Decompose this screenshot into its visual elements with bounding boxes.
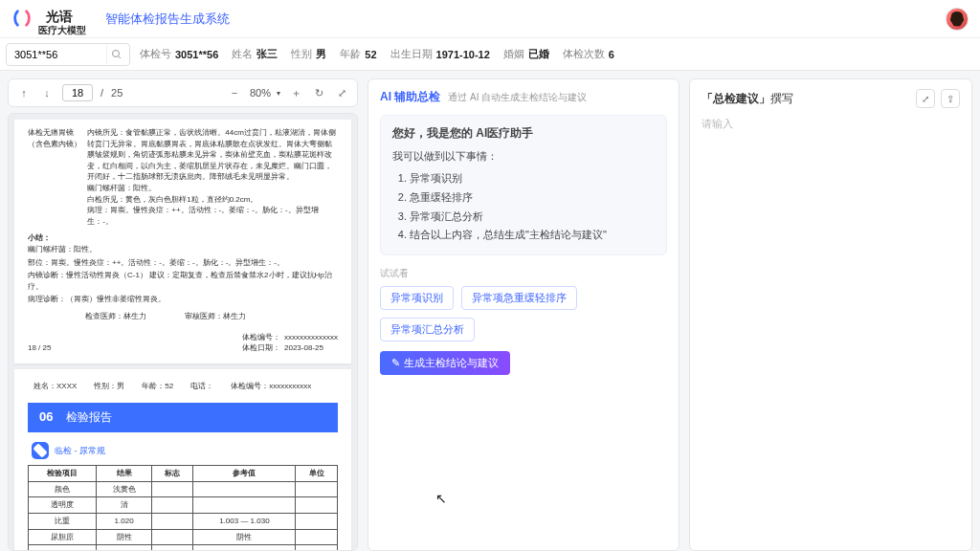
logo-text: 光语 医疗大模型 bbox=[38, 2, 86, 34]
summary-line: 部位：胃窦。慢性炎症：++。活动性：-。萎缩：-。肠化：-。异型增生：-。 bbox=[28, 257, 338, 269]
field-marital: 婚姻已婚 bbox=[500, 47, 553, 61]
magic-icon: ✎ bbox=[391, 357, 400, 369]
suggestion-chip[interactable]: 异常项汇总分析 bbox=[380, 318, 475, 342]
doctor-signature: 检查医师：林生力 审核医师：林生力 bbox=[85, 311, 338, 322]
svg-point-0 bbox=[112, 50, 119, 56]
page-sep: / bbox=[100, 87, 103, 99]
expand-editor-icon[interactable]: ⤢ bbox=[916, 89, 935, 108]
suggestion-chip[interactable]: 异常项急重缓轻排序 bbox=[461, 286, 577, 310]
ai-title: AI 辅助总检 bbox=[380, 89, 440, 105]
ai-assist-column: AI 辅助总检 通过 AI 自动生成主检结论与建议 您好，我是您的 AI医疗助手… bbox=[368, 78, 679, 551]
page-footer: 18 / 25 体检编号：xxxxxxxxxxxxxx 体检日期：2023-08… bbox=[28, 332, 338, 354]
expand-icon[interactable]: ⤢ bbox=[334, 85, 349, 100]
ai-hello: 您好，我是您的 AI医疗助手 bbox=[392, 125, 655, 142]
table-header: 单位 bbox=[296, 466, 338, 482]
field-sex: 性别男 bbox=[287, 47, 330, 61]
zoom-out-icon[interactable]: − bbox=[227, 85, 242, 100]
table-header: 标志 bbox=[151, 466, 193, 482]
summary-line: 病理诊断：（胃窦）慢性非萎缩性胃炎。 bbox=[28, 294, 338, 305]
section-body: 内镜所见：食管黏膜正常，齿状线清晰。44cm过贲门，粘液湖清，胃体侧转贲门无异常… bbox=[87, 127, 336, 227]
svg-line-1 bbox=[118, 55, 121, 58]
table-row: pH7.505.0 — 8.0 bbox=[29, 545, 338, 551]
patient-summary-line: 姓名：XXXX 性别：男 年龄：52 电话： 体检编号：xxxxxxxxxxx bbox=[33, 381, 338, 392]
list-item: 结合以上内容，总结生成"主检结论与建议" bbox=[410, 226, 655, 245]
list-item: 异常项识别 bbox=[410, 169, 655, 188]
lab-section-chip: 临检 - 尿常规 bbox=[32, 442, 338, 459]
document-viewport[interactable]: 体检无痛胃镜（含色素内镜） 内镜所见：食管黏膜正常，齿状线清晰。44cm过贲门，… bbox=[8, 113, 358, 551]
table-row: 颜色浅黄色 bbox=[29, 481, 338, 497]
table-header: 检验项目 bbox=[29, 466, 97, 482]
generate-conclusion-button[interactable]: ✎ 生成主检结论与建议 bbox=[380, 351, 510, 375]
summary-line: 幽门螺杆菌：阳性。 bbox=[28, 244, 338, 255]
search-input[interactable] bbox=[14, 49, 106, 60]
search-box[interactable] bbox=[6, 43, 130, 66]
ai-cando: 我可以做到以下事情： bbox=[392, 149, 655, 164]
doc-toolbar: ↑ ↓ / 25 − 80%▾ ＋ ↻ ⤢ bbox=[8, 78, 358, 107]
editor-column: 「总检建议」撰写 ⤢ ⇪ bbox=[689, 78, 972, 551]
chevron-down-icon[interactable]: ▾ bbox=[277, 89, 280, 98]
list-item: 异常项汇总分析 bbox=[410, 208, 655, 227]
lab-icon bbox=[32, 442, 49, 459]
table-row: 比重1.0201.003 — 1.030 bbox=[29, 513, 338, 529]
table-row: 透明度清 bbox=[29, 497, 338, 514]
search-icon[interactable] bbox=[106, 45, 125, 64]
editor-title: 「总检建议」撰写 bbox=[702, 91, 793, 107]
report-section-banner: 06 检验报告 bbox=[28, 403, 338, 432]
logo: 光语 医疗大模型 bbox=[11, 2, 86, 34]
doc-page-18: 体检无痛胃镜（含色素内镜） 内镜所见：食管黏膜正常，齿状线清晰。44cm过贲门，… bbox=[14, 120, 351, 364]
zoom-in-icon[interactable]: ＋ bbox=[288, 85, 303, 100]
editor-header: 「总检建议」撰写 ⤢ ⇪ bbox=[702, 89, 960, 108]
app-header: 光语 医疗大模型 智能体检报告生成系统 bbox=[0, 0, 980, 38]
suggestion-chips: 异常项识别异常项急重缓轻排序异常项汇总分析 bbox=[380, 286, 667, 342]
export-icon[interactable]: ⇪ bbox=[941, 89, 960, 108]
table-header: 参考值 bbox=[193, 466, 296, 482]
patient-info-bar: 体检号3051**56 姓名张三 性别男 年龄52 出生日期1971-10-12… bbox=[0, 38, 980, 71]
field-dob: 出生日期1971-10-12 bbox=[387, 47, 494, 61]
page-input[interactable] bbox=[62, 84, 93, 101]
lab-table: 检验项目结果标志参考值单位 颜色浅黄色透明度清比重1.0201.003 — 1.… bbox=[28, 465, 338, 551]
field-count: 体检次数6 bbox=[559, 47, 618, 61]
logo-icon bbox=[11, 8, 33, 29]
page-up-icon[interactable]: ↑ bbox=[16, 85, 32, 100]
summary-line: 内镜诊断：慢性活动性胃炎（C-1） 建议：定期复查，检查后禁食禁水2小时，建议抗… bbox=[28, 270, 338, 292]
ai-capability-list: 异常项识别急重缓轻排序异常项汇总分析结合以上内容，总结生成"主检结论与建议" bbox=[410, 169, 655, 245]
zoom-value: 80%▾ bbox=[250, 87, 280, 99]
main-layout: ↑ ↓ / 25 − 80%▾ ＋ ↻ ⤢ 体检无痛胃镜（含色素内镜） 内镜所见… bbox=[0, 71, 980, 551]
try-label: 试试看 bbox=[380, 267, 667, 280]
document-column: ↑ ↓ / 25 − 80%▾ ＋ ↻ ⤢ 体检无痛胃镜（含色素内镜） 内镜所见… bbox=[8, 78, 358, 551]
cursor-icon: ↖ bbox=[435, 491, 447, 506]
avatar[interactable] bbox=[946, 8, 969, 31]
doc-page-19: 姓名：XXXX 性别：男 年龄：52 电话： 体检编号：xxxxxxxxxxx … bbox=[14, 369, 351, 551]
conclusion-input[interactable] bbox=[702, 116, 960, 131]
ai-subtitle: 通过 AI 自动生成主检结论与建议 bbox=[448, 91, 587, 104]
field-report-no: 体检号3051**56 bbox=[136, 47, 222, 61]
field-name: 姓名张三 bbox=[228, 47, 281, 61]
app-title: 智能体检报告生成系统 bbox=[105, 11, 230, 28]
summary-heading: 小结： bbox=[28, 232, 338, 244]
page-down-icon[interactable]: ↓ bbox=[39, 85, 55, 100]
ai-header: AI 辅助总检 通过 AI 自动生成主检结论与建议 bbox=[380, 89, 667, 105]
table-header: 结果 bbox=[97, 466, 151, 482]
ai-intro-card: 您好，我是您的 AI医疗助手 我可以做到以下事情： 异常项识别急重缓轻排序异常项… bbox=[380, 115, 667, 255]
section-label: 体检无痛胃镜（含色素内镜） bbox=[28, 127, 85, 149]
list-item: 急重缓轻排序 bbox=[410, 188, 655, 208]
page-number: 18 / 25 bbox=[28, 342, 51, 354]
page-total: 25 bbox=[111, 87, 122, 99]
suggestion-chip[interactable]: 异常项识别 bbox=[380, 286, 454, 310]
table-row: 尿胆原阴性阴性 bbox=[29, 529, 338, 545]
field-age: 年龄52 bbox=[336, 47, 380, 61]
rotate-icon[interactable]: ↻ bbox=[311, 85, 326, 100]
